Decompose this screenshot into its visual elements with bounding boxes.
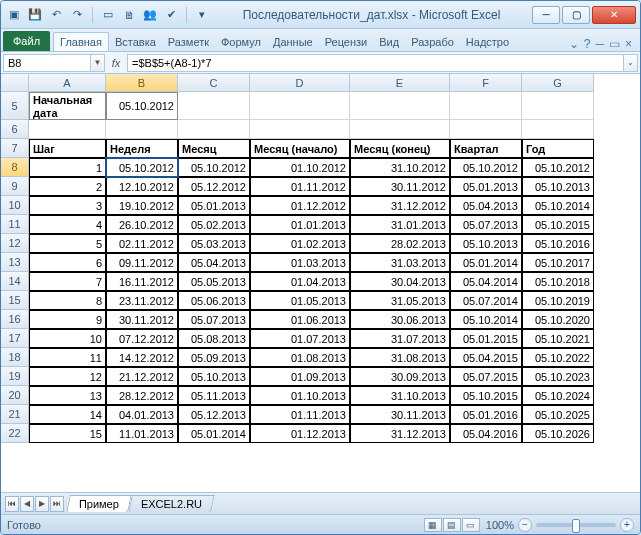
cell-month-start[interactable]: 01.05.2013 [250, 291, 350, 310]
cell-year[interactable]: 05.10.2019 [522, 291, 594, 310]
undo-icon[interactable]: ↶ [47, 6, 65, 24]
cell-step[interactable]: 11 [29, 348, 106, 367]
cell-month-start[interactable]: 01.06.2013 [250, 310, 350, 329]
spreadsheet-grid[interactable]: ABCDEFG5Начальнаядата05.10.201267ШагНеде… [1, 74, 640, 492]
customize-qat-icon[interactable]: ▾ [193, 6, 211, 24]
table-header[interactable]: Месяц (конец) [350, 139, 450, 158]
tab-developer[interactable]: Разрабо [405, 33, 460, 51]
cell-step[interactable]: 12 [29, 367, 106, 386]
cell[interactable]: 05.10.2012 [106, 92, 178, 120]
table-header[interactable]: Квартал [450, 139, 522, 158]
cell-month-end[interactable]: 31.08.2013 [350, 348, 450, 367]
cell-month[interactable]: 05.11.2013 [178, 386, 250, 405]
cell-step[interactable]: 9 [29, 310, 106, 329]
cell-step[interactable]: 4 [29, 215, 106, 234]
cell-week[interactable]: 21.12.2012 [106, 367, 178, 386]
cell-month[interactable]: 05.09.2013 [178, 348, 250, 367]
cell-month-end[interactable]: 30.06.2013 [350, 310, 450, 329]
help-icon[interactable]: ? [584, 37, 591, 51]
tab-insert[interactable]: Вставка [109, 33, 162, 51]
row-header[interactable]: 8 [1, 158, 29, 177]
cell-year[interactable]: 05.10.2023 [522, 367, 594, 386]
cell-quarter[interactable]: 05.01.2015 [450, 329, 522, 348]
cell-year[interactable]: 05.10.2022 [522, 348, 594, 367]
table-header[interactable]: Шаг [29, 139, 106, 158]
row-header[interactable]: 11 [1, 215, 29, 234]
cell-step[interactable]: 5 [29, 234, 106, 253]
cell-month-end[interactable]: 28.02.2013 [350, 234, 450, 253]
column-header[interactable]: F [450, 74, 522, 92]
row-header[interactable]: 13 [1, 253, 29, 272]
cell-month-start[interactable]: 01.10.2012 [250, 158, 350, 177]
name-box-dropdown-icon[interactable]: ▼ [91, 54, 105, 72]
cell-quarter[interactable]: 05.10.2015 [450, 386, 522, 405]
cell[interactable] [106, 120, 178, 139]
cell-month[interactable]: 05.12.2013 [178, 405, 250, 424]
cell-month-start[interactable]: 01.01.2013 [250, 215, 350, 234]
cell-month[interactable]: 05.06.2013 [178, 291, 250, 310]
excel-icon[interactable]: ▣ [5, 6, 23, 24]
cell-month[interactable]: 05.10.2012 [178, 158, 250, 177]
cell[interactable]: Начальнаядата [29, 92, 106, 120]
cell-step[interactable]: 3 [29, 196, 106, 215]
cell-step[interactable]: 8 [29, 291, 106, 310]
cell-month-start[interactable]: 01.09.2013 [250, 367, 350, 386]
sheet-tab-excel2ru[interactable]: EXCEL2.RU [128, 495, 215, 512]
cell-month-end[interactable]: 31.07.2013 [350, 329, 450, 348]
page-break-view-icon[interactable]: ▭ [462, 518, 480, 532]
cell-month[interactable]: 05.04.2013 [178, 253, 250, 272]
row-header[interactable]: 18 [1, 348, 29, 367]
column-header[interactable]: B [106, 74, 178, 92]
formula-bar[interactable]: =$B$5+(A8-1)*7 [127, 54, 624, 72]
mdi-restore-icon[interactable]: ▭ [609, 37, 620, 51]
cell-year[interactable]: 05.10.2014 [522, 196, 594, 215]
cell-step[interactable]: 14 [29, 405, 106, 424]
cell[interactable] [250, 92, 350, 120]
cell-month-start[interactable]: 01.12.2012 [250, 196, 350, 215]
cell-week[interactable]: 09.11.2012 [106, 253, 178, 272]
cell-week[interactable]: 28.12.2012 [106, 386, 178, 405]
cell-quarter[interactable]: 05.04.2015 [450, 348, 522, 367]
cell[interactable] [178, 120, 250, 139]
cell-step[interactable]: 6 [29, 253, 106, 272]
page-layout-view-icon[interactable]: ▤ [443, 518, 461, 532]
cell-year[interactable]: 05.10.2013 [522, 177, 594, 196]
cell-month-end[interactable]: 30.11.2012 [350, 177, 450, 196]
cell-week[interactable]: 30.11.2012 [106, 310, 178, 329]
print-preview-icon[interactable]: 🗎 [120, 6, 138, 24]
file-tab[interactable]: Файл [3, 31, 50, 51]
cell-week[interactable]: 04.01.2013 [106, 405, 178, 424]
spell-icon[interactable]: ✔ [162, 6, 180, 24]
cell-month-start[interactable]: 01.10.2013 [250, 386, 350, 405]
cell-month-start[interactable]: 01.04.2013 [250, 272, 350, 291]
cell-week[interactable]: 11.01.2013 [106, 424, 178, 443]
cell-month-end[interactable]: 31.10.2013 [350, 386, 450, 405]
fx-icon[interactable]: fx [105, 57, 127, 69]
cell-year[interactable]: 05.10.2025 [522, 405, 594, 424]
cell-step[interactable]: 1 [29, 158, 106, 177]
cell-quarter[interactable]: 05.07.2013 [450, 215, 522, 234]
cell-step[interactable]: 2 [29, 177, 106, 196]
sheet-nav-last-icon[interactable]: ⏭ [50, 496, 64, 512]
tab-data[interactable]: Данные [267, 33, 319, 51]
cell-quarter[interactable]: 05.01.2014 [450, 253, 522, 272]
users-icon[interactable]: 👥 [141, 6, 159, 24]
row-header[interactable]: 21 [1, 405, 29, 424]
cell-week[interactable]: 14.12.2012 [106, 348, 178, 367]
close-button[interactable]: ✕ [592, 6, 636, 24]
cell-week[interactable]: 16.11.2012 [106, 272, 178, 291]
select-all-corner[interactable] [1, 74, 29, 92]
save-icon[interactable]: 💾 [26, 6, 44, 24]
mdi-close-icon[interactable]: × [625, 37, 632, 51]
cell-year[interactable]: 05.10.2021 [522, 329, 594, 348]
cell-quarter[interactable]: 05.07.2014 [450, 291, 522, 310]
row-header[interactable]: 14 [1, 272, 29, 291]
zoom-slider[interactable] [536, 523, 616, 527]
cell-quarter[interactable]: 05.04.2014 [450, 272, 522, 291]
cell-step[interactable]: 13 [29, 386, 106, 405]
cell-month[interactable]: 05.02.2013 [178, 215, 250, 234]
tab-addins[interactable]: Надстро [460, 33, 515, 51]
cell-quarter[interactable]: 05.10.2013 [450, 234, 522, 253]
column-header[interactable]: C [178, 74, 250, 92]
cell-week[interactable]: 05.10.2012 [106, 158, 178, 177]
